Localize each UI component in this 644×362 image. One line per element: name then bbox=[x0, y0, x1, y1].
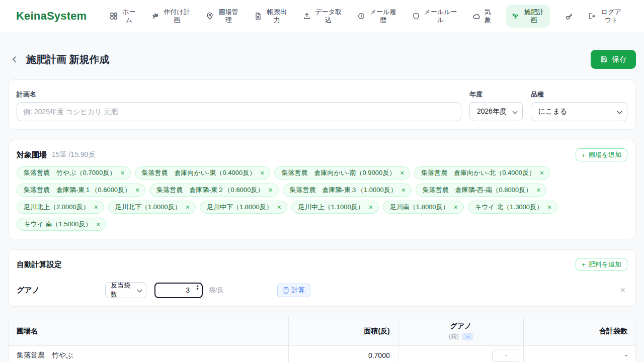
nav-item-weather[interactable]: 気象 bbox=[472, 8, 492, 25]
field-chip: 足川北下（1.0000反）× bbox=[108, 201, 196, 214]
nav-item-mail-rules[interactable]: メールルール bbox=[412, 8, 458, 25]
amount-unit: 袋/反 bbox=[209, 286, 224, 295]
stepper-down-icon[interactable]: ▼ bbox=[196, 288, 199, 291]
seedling-icon bbox=[511, 12, 519, 20]
close-icon: × bbox=[369, 203, 373, 211]
page-header: 施肥計画 新規作成 保存 bbox=[8, 48, 636, 70]
nav-item-home[interactable]: ホーム bbox=[110, 8, 136, 25]
field-chip: 集落営農 竹やぶ（0.7000反）× bbox=[17, 166, 131, 179]
chip-remove-button[interactable]: × bbox=[401, 187, 406, 194]
nav-item-api-key[interactable] bbox=[565, 12, 574, 21]
plan-form-card: 計画名 年度 2026年度 品種 にこまる bbox=[8, 79, 636, 130]
shield-icon bbox=[412, 12, 420, 20]
field-chip: 集落営農 倉庫隣-東２（0.6000反）× bbox=[149, 184, 278, 197]
fertilizer-amount-input[interactable] bbox=[492, 349, 519, 362]
field-chip: 集落営農 倉庫向かい-北（0.4000反）× bbox=[414, 166, 550, 179]
close-icon: × bbox=[620, 285, 625, 295]
close-icon: × bbox=[277, 203, 281, 211]
field-chip: キウイ 南（1.5000反）× bbox=[17, 218, 106, 231]
column-header-fertilizer-name: グアノ bbox=[450, 322, 472, 331]
chip-remove-button[interactable]: × bbox=[260, 169, 264, 176]
field-chip-label: 足川北下（1.0000反） bbox=[115, 203, 181, 212]
fields-table: 圃場名 面積(反) グアノ (袋) ≃ 合計袋数 集落営農 竹やぶ 0.7000… bbox=[8, 317, 636, 362]
plus-icon: + bbox=[582, 261, 586, 268]
field-chip-label: 集落営農 倉庫隣-東１（0.6000反） bbox=[24, 186, 131, 195]
field-chip: 集落営農 倉庫向かい-東（0.4000反）× bbox=[135, 166, 271, 179]
chevron-down-icon bbox=[513, 109, 518, 114]
logout-icon bbox=[588, 12, 596, 20]
field-chip-label: キウイ 北（1.3000反） bbox=[475, 203, 543, 212]
close-icon: × bbox=[540, 169, 544, 177]
nav-label: 施肥計画 bbox=[523, 8, 545, 25]
chip-remove-button[interactable]: × bbox=[120, 169, 124, 176]
add-fertilizer-button[interactable]: + 肥料を追加 bbox=[576, 258, 627, 271]
variety-select[interactable]: にこまる bbox=[531, 102, 627, 121]
number-stepper[interactable]: ▲ ▼ bbox=[196, 285, 199, 291]
approx-badge[interactable]: ≃ bbox=[462, 333, 473, 340]
nav-label: 気象 bbox=[484, 8, 492, 25]
nav-item-report-output[interactable]: 帳票出力 bbox=[254, 8, 288, 25]
nav-label: 作付け計画 bbox=[163, 8, 191, 25]
grid-icon bbox=[110, 12, 118, 20]
field-chip-label: 集落営農 倉庫向かい-南（0.9000反） bbox=[281, 168, 395, 177]
plan-name-input[interactable] bbox=[17, 102, 461, 121]
field-chip-list: 集落営農 竹やぶ（0.7000反）× 集落営農 倉庫向かい-東（0.4000反）… bbox=[17, 166, 627, 231]
year-select[interactable]: 2026年度 bbox=[469, 102, 523, 121]
add-field-button[interactable]: + 圃場を追加 bbox=[576, 148, 627, 161]
field-chip-label: 足川中上（1.1000反） bbox=[298, 203, 364, 212]
chip-remove-button[interactable]: × bbox=[94, 204, 98, 211]
nav-item-data-import[interactable]: データ取込 bbox=[303, 8, 343, 25]
nav-item-logout[interactable]: ログアウト bbox=[588, 8, 623, 25]
field-chip: キウイ 北（1.3000反）× bbox=[468, 201, 557, 214]
area-cell: 0.7000 bbox=[288, 346, 398, 362]
chip-remove-button[interactable]: × bbox=[268, 187, 272, 194]
fertilizer-calc-row: グアノ 反当袋数 ▲ ▼ 袋/反 計算 × bbox=[17, 282, 627, 298]
field-chip-label: 足川南（1.8000反） bbox=[390, 203, 449, 212]
back-button[interactable] bbox=[8, 53, 21, 66]
calc-mode-select[interactable]: 反当袋数 bbox=[105, 282, 146, 298]
column-header-area: 面積(反) bbox=[288, 317, 398, 345]
nav-label: 圃場管理 bbox=[217, 8, 239, 25]
chip-remove-button[interactable]: × bbox=[96, 221, 100, 228]
field-chip: 集落営農 倉庫向かい-南（0.9000反）× bbox=[274, 166, 410, 179]
nav-item-mail-history[interactable]: メール履歴 bbox=[357, 8, 397, 25]
nav-label: ログアウト bbox=[600, 8, 623, 25]
close-icon: × bbox=[135, 186, 139, 194]
close-icon: × bbox=[94, 203, 98, 211]
table-row: 集落営農 竹やぶ 0.7000 - bbox=[9, 346, 635, 362]
field-chip-label: 集落営農 倉庫隣-東２（0.6000反） bbox=[156, 186, 264, 195]
target-fields-title: 対象圃場 bbox=[17, 150, 47, 160]
chip-remove-button[interactable]: × bbox=[135, 187, 139, 194]
nav-item-fertilization-plan[interactable]: 施肥計画 bbox=[506, 5, 550, 28]
close-icon: × bbox=[547, 203, 551, 211]
field-chip: 足川北上（2.0000反）× bbox=[17, 201, 104, 214]
nav-item-cropping-plan[interactable]: 作付け計画 bbox=[151, 8, 191, 25]
save-button[interactable]: 保存 bbox=[591, 50, 636, 69]
chip-remove-button[interactable]: × bbox=[400, 169, 404, 176]
table-body: 集落営農 竹やぶ 0.7000 - 集落営農 倉庫向かい-東 0.4000 - bbox=[9, 346, 635, 362]
calculate-button-label: 計算 bbox=[292, 286, 305, 295]
field-chip-label: 足川北上（2.0000反） bbox=[24, 203, 90, 212]
field-chip-label: 集落営農 竹やぶ（0.7000反） bbox=[24, 168, 116, 177]
nav-item-field-management[interactable]: 圃場管理 bbox=[206, 8, 239, 25]
chevron-down-icon bbox=[137, 288, 142, 293]
chip-remove-button[interactable]: × bbox=[536, 187, 540, 194]
nav-label: 帳票出力 bbox=[266, 8, 288, 25]
chip-remove-button[interactable]: × bbox=[277, 204, 281, 211]
remove-fertilizer-button[interactable]: × bbox=[618, 285, 627, 296]
chip-remove-button[interactable]: × bbox=[369, 204, 373, 211]
plus-icon: + bbox=[582, 151, 586, 159]
chip-remove-button[interactable]: × bbox=[547, 204, 551, 211]
chip-remove-button[interactable]: × bbox=[186, 204, 190, 211]
calculate-button[interactable]: 計算 bbox=[277, 284, 310, 297]
target-fields-summary: 15筆 /15.90反 bbox=[52, 150, 95, 159]
chip-remove-button[interactable]: × bbox=[454, 204, 458, 211]
upload-icon bbox=[303, 12, 311, 20]
field-chip-label: 足川中下（1.8000反） bbox=[207, 203, 273, 212]
fertilizer-name: グアノ bbox=[17, 286, 105, 295]
field-chip-label: 集落営農 倉庫隣-西-南（0.8000反） bbox=[423, 186, 532, 195]
variety-label: 品種 bbox=[531, 90, 627, 99]
add-field-button-label: 圃場を追加 bbox=[589, 150, 621, 159]
target-fields-card: 対象圃場 15筆 /15.90反 + 圃場を追加 集落営農 竹やぶ（0.7000… bbox=[8, 140, 636, 239]
chip-remove-button[interactable]: × bbox=[540, 169, 544, 176]
